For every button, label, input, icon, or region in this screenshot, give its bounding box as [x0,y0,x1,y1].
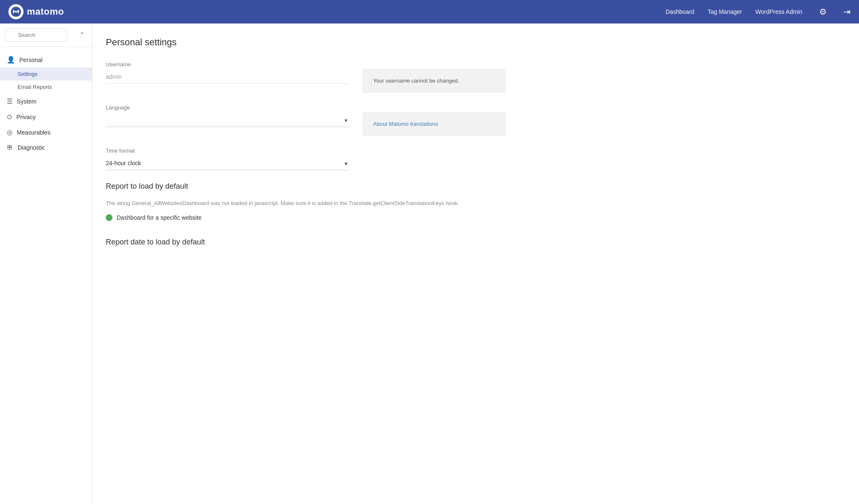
username-label: Username [106,61,349,68]
person-icon: 👤 [7,56,15,64]
sidebar-top: 🔍 ⌃ [0,23,92,47]
search-input[interactable] [5,29,67,42]
signout-icon: ⇥ [843,7,851,17]
report-date-section: Report date to load by default [106,238,839,247]
search-inner: 🔍 [5,29,67,42]
language-hint-box: About Matomo translations [363,112,505,136]
chevron-up-icon: ⌃ [79,31,85,40]
sidebar-diagnostic-label: Diagnostic [18,144,45,151]
username-field: Username [106,61,349,84]
time-format-label: Time format [106,148,349,154]
page-title: Personal settings [106,37,839,48]
sidebar-item-settings[interactable]: Settings [0,68,92,81]
signout-icon-btn[interactable]: ⇥ [843,7,851,17]
report-default-warning: The string General_AllWebsitesDashboard … [106,199,839,208]
sidebar-privacy-label: Privacy [16,114,36,120]
sidebar-item-email-reports[interactable]: Email Reports [0,81,92,94]
username-row: Username Your username cannot be changed… [106,61,839,93]
about-translations-link[interactable]: About Matomo translations [373,121,438,127]
search-wrap: 🔍 [0,23,72,47]
logo: matomo [8,4,64,19]
language-select[interactable]: English French German Spanish [106,113,349,127]
app-layout: 🔍 ⌃ 👤 Personal Settings Email Reports [0,23,859,504]
nav-links: Dashboard Tag Manager WordPress Admin ⚙ … [666,7,851,17]
time-format-select-wrap: 24-hour clock 12-hour clock [106,156,349,170]
language-field: Language English French German Spanish [106,104,349,127]
time-format-select[interactable]: 24-hour clock 12-hour clock [106,156,349,170]
radio-label-website: Dashboard for a specific website [117,214,201,221]
settings-icon-btn[interactable]: ⚙ [819,7,827,17]
gear-icon: ⚙ [819,7,827,17]
dashboard-link[interactable]: Dashboard [666,8,695,15]
sidebar-item-measurables[interactable]: ◎ Measurables [0,125,92,140]
sidebar-item-personal[interactable]: 👤 Personal [0,52,92,68]
time-format-field: Time format 24-hour clock 12-hour clock [106,148,349,170]
radio-option-website[interactable]: Dashboard for a specific website [106,214,839,221]
sidebar-item-system[interactable]: ☰ System [0,94,92,109]
username-hint-box: Your username cannot be changed. [363,69,505,93]
radio-selected-dot [106,214,112,221]
sidebar-item-privacy[interactable]: ⊙ Privacy [0,109,92,125]
main-inner: Personal settings Username Your username… [92,23,859,504]
wordpress-admin-link[interactable]: WordPress Admin [755,8,802,15]
privacy-icon: ⊙ [7,113,12,121]
username-input[interactable] [106,70,349,84]
sidebar-personal-label: Personal [19,57,42,63]
time-format-row: Time format 24-hour clock 12-hour clock [106,148,839,170]
system-icon: ☰ [7,97,13,105]
report-date-title: Report date to load by default [106,238,839,247]
username-hint-text: Your username cannot be changed. [373,78,460,84]
settings-label: Settings [18,71,37,77]
collapse-sidebar-button[interactable]: ⌃ [72,26,92,45]
language-row: Language English French German Spanish A… [106,104,839,136]
main-content: Personal settings Username Your username… [92,23,859,504]
email-reports-label: Email Reports [18,84,52,90]
logo-text: matomo [27,6,64,17]
sidebar: 🔍 ⌃ 👤 Personal Settings Email Reports [0,23,92,504]
top-navigation: matomo Dashboard Tag Manager WordPress A… [0,0,859,23]
sidebar-measurables-label: Measurables [17,129,50,136]
matomo-logo-icon [8,4,23,19]
report-default-title: Report to load by default [106,182,839,191]
report-default-section: Report to load by default The string Gen… [106,182,839,221]
measurables-icon: ◎ [7,128,13,136]
language-select-wrap: English French German Spanish [106,113,349,127]
sidebar-item-diagnostic[interactable]: ⛨ Diagnostic [0,140,92,155]
tag-manager-link[interactable]: Tag Manager [708,8,742,15]
language-label: Language [106,104,349,111]
sidebar-system-label: System [17,98,37,105]
diagnostic-icon: ⛨ [7,144,13,151]
sidebar-nav: 👤 Personal Settings Email Reports ☰ Syst… [0,47,92,504]
